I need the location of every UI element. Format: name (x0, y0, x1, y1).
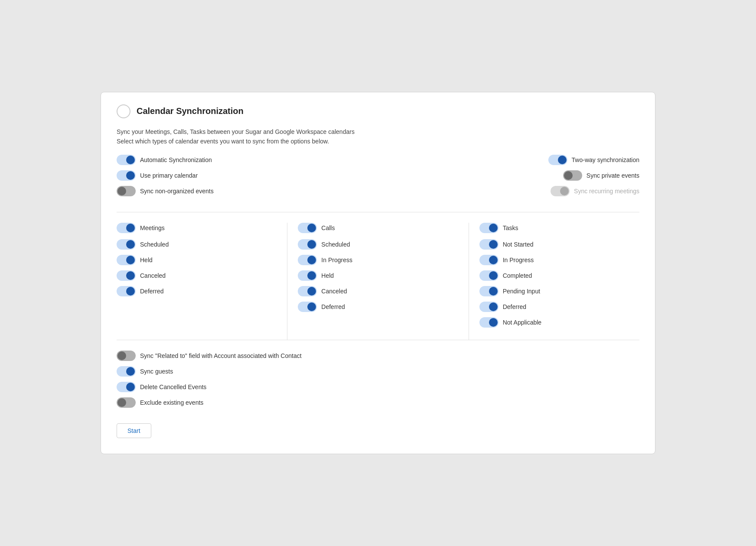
top-right-toggles: Two-way synchronizationSync private even… (378, 155, 639, 202)
toggle-label: In Progress (321, 257, 352, 263)
toggle-thumb (489, 271, 498, 280)
toggle-switch[interactable] (298, 302, 317, 312)
toggle-switch[interactable] (117, 239, 136, 250)
card-header: Calendar Synchronization (117, 104, 639, 118)
toggle-row-in-progress[interactable]: In Progress (298, 255, 458, 265)
toggle-switch[interactable] (117, 155, 136, 165)
toggle-switch[interactable] (298, 239, 317, 250)
toggle-row-not-applicable[interactable]: Not Applicable (479, 317, 639, 328)
toggle-row-related-to[interactable]: Sync "Related to" field with Account ass… (117, 351, 639, 361)
toggle-row-private-events[interactable]: Sync private events (563, 170, 639, 181)
toggle-switch[interactable] (298, 286, 317, 296)
toggle-row-sync-guests[interactable]: Sync guests (117, 366, 639, 377)
column-meetings: MeetingsScheduledHeldCanceledDeferred (117, 223, 287, 340)
toggle-switch[interactable] (298, 223, 317, 233)
card-title: Calendar Synchronization (137, 106, 244, 116)
toggle-switch[interactable] (479, 255, 499, 265)
toggle-row-scheduled[interactable]: Scheduled (117, 239, 277, 250)
toggle-label: Deferred (503, 303, 526, 310)
toggle-row-canceled[interactable]: Canceled (117, 270, 277, 281)
toggle-row-scheduled[interactable]: Scheduled (298, 239, 458, 250)
toggle-label: Two-way synchronization (572, 156, 639, 163)
toggle-label: Not Applicable (503, 319, 542, 326)
toggle-switch[interactable] (117, 170, 136, 181)
toggle-switch[interactable] (479, 270, 499, 281)
toggle-switch[interactable] (117, 223, 136, 233)
toggle-label: Meetings (140, 224, 165, 231)
toggle-switch[interactable] (117, 351, 136, 361)
toggle-label: Held (321, 272, 334, 279)
header-circle-icon (117, 104, 130, 118)
toggle-label: Canceled (140, 272, 166, 279)
divider-2 (117, 340, 639, 340)
toggle-label: Pending Input (503, 288, 540, 295)
col-header-meetings: Meetings (117, 223, 277, 233)
toggle-thumb (489, 256, 498, 264)
toggle-row-completed[interactable]: Completed (479, 270, 639, 281)
column-calls: CallsScheduledIn ProgressHeldCanceledDef… (287, 223, 469, 340)
top-section: Automatic SynchronizationUse primary cal… (117, 155, 639, 202)
toggle-row-in-progress[interactable]: In Progress (479, 255, 639, 265)
toggle-switch[interactable] (298, 270, 317, 281)
description-line2: Select which types of calendar events yo… (117, 138, 329, 145)
toggle-row-pending-input[interactable]: Pending Input (479, 286, 639, 296)
toggle-label: Exclude existing events (140, 399, 203, 406)
toggle-row-delete-cancelled[interactable]: Delete Cancelled Events (117, 382, 639, 392)
toggle-label: Completed (503, 272, 532, 279)
toggle-row-deferred[interactable]: Deferred (117, 286, 277, 296)
toggle-row-deferred[interactable]: Deferred (479, 302, 639, 312)
toggle-label: Calls (321, 224, 335, 231)
toggle-label: Canceled (321, 288, 347, 295)
column-tasks: TasksNot StartedIn ProgressCompletedPend… (469, 223, 639, 340)
toggle-switch[interactable] (563, 170, 582, 181)
toggle-label: Scheduled (140, 241, 169, 248)
toggle-row-recurring[interactable]: Sync recurring meetings (551, 186, 639, 196)
toggle-switch[interactable] (548, 155, 567, 165)
description: Sync your Meetings, Calls, Tasks between… (117, 127, 639, 146)
toggle-row-canceled[interactable]: Canceled (298, 286, 458, 296)
toggle-switch[interactable] (551, 186, 570, 196)
toggle-row-meetings-header[interactable]: Meetings (117, 223, 277, 233)
toggle-switch[interactable] (479, 317, 499, 328)
toggle-label: Scheduled (321, 241, 350, 248)
toggle-label: Delete Cancelled Events (140, 384, 206, 390)
toggle-row-deferred[interactable]: Deferred (298, 302, 458, 312)
toggle-row-primary-cal[interactable]: Use primary calendar (117, 170, 378, 181)
toggle-switch[interactable] (117, 255, 136, 265)
toggle-row-held[interactable]: Held (117, 255, 277, 265)
toggle-thumb (489, 287, 498, 296)
toggle-row-calls-header[interactable]: Calls (298, 223, 458, 233)
start-button[interactable]: Start (117, 423, 151, 438)
toggle-switch[interactable] (117, 397, 136, 408)
toggle-label: Not Started (503, 241, 534, 248)
toggle-switch[interactable] (479, 302, 499, 312)
toggle-row-exclude-existing[interactable]: Exclude existing events (117, 397, 639, 408)
toggle-label: Held (140, 257, 153, 263)
toggle-switch[interactable] (117, 186, 136, 196)
toggle-row-two-way[interactable]: Two-way synchronization (548, 155, 639, 165)
toggle-label: Sync non-organized events (140, 188, 214, 195)
toggle-label: Sync "Related to" field with Account ass… (140, 352, 302, 359)
toggle-thumb (558, 156, 567, 164)
toggle-switch[interactable] (117, 366, 136, 377)
toggle-label: Sync recurring meetings (574, 188, 639, 195)
toggle-switch[interactable] (479, 286, 499, 296)
toggle-switch[interactable] (298, 255, 317, 265)
toggle-thumb (489, 318, 498, 327)
toggle-row-non-organized[interactable]: Sync non-organized events (117, 186, 378, 196)
toggle-label: Automatic Synchronization (140, 156, 212, 163)
toggle-row-auto-sync[interactable]: Automatic Synchronization (117, 155, 378, 165)
toggle-switch[interactable] (117, 270, 136, 281)
toggle-switch[interactable] (479, 223, 499, 233)
toggle-switch[interactable] (117, 382, 136, 392)
toggle-switch[interactable] (479, 239, 499, 250)
toggle-row-tasks-header[interactable]: Tasks (479, 223, 639, 233)
toggle-switch[interactable] (117, 286, 136, 296)
toggle-row-held[interactable]: Held (298, 270, 458, 281)
toggle-label: Tasks (503, 224, 518, 231)
toggle-row-not-started[interactable]: Not Started (479, 239, 639, 250)
toggle-label: Sync guests (140, 368, 173, 375)
col-header-tasks: Tasks (479, 223, 639, 233)
description-line1: Sync your Meetings, Calls, Tasks between… (117, 128, 355, 135)
toggle-thumb (489, 302, 498, 311)
